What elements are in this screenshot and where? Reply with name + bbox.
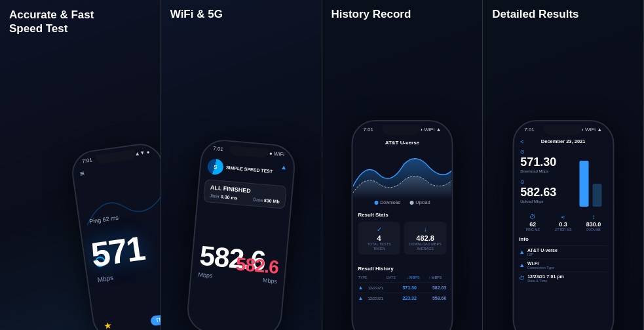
panel-detailed-results: Detailed Results 7:01 ● WiFi ▲ < Decembe… [483,0,644,330]
download-icon: ↓ [408,226,443,233]
test-button[interactable]: TEST [150,313,161,326]
panel2-title: WiFi & 5G [170,8,223,21]
row1-date: 12/23/21 [368,286,397,290]
jitter-stat: Jitter 0.30 ms [210,194,238,201]
back-button[interactable]: < [520,138,523,145]
avg-download-box: ↓ 482.8 DOWNLOAD MBPSAVERAGE [404,222,447,255]
isp-icon: ▲ [519,249,525,255]
detail-header: < December 23, 2021 [514,138,613,144]
status-icons3: ● WiFi ▲ [419,127,441,133]
data-value: 830 Mb [264,198,280,204]
data-value: 830.0 [580,221,607,228]
data-metric: ↕ 830.0 Data Mb [580,213,607,232]
row1-dl: 571.30 [397,285,422,290]
result-history-title: Result History [358,266,446,272]
panel-wifi-5g: WiFi & 5G 7:01 ▲ ● WiFi S SIMPLE SPEED T… [161,0,322,330]
speed-arc [76,181,161,233]
download-circle-icon: ⊙ [520,149,525,155]
ping-icon: ⏱ [519,213,546,220]
detail-upload: ⊙ 582.63 Upload Mbps [520,179,556,203]
status-time3: 7:01 [363,127,373,133]
info-section: Info ▲ AT&T U-verse ISP ▲ Wi-Fi Connecti… [519,236,607,285]
panel-history-record: History Record 7:01 ● WiFi ▲ AT&T U-vers… [322,0,483,330]
connection-value: Wi-Fi [527,261,554,266]
finished-badge: ALL FINISHED Jitter 0.30 ms Data 830 Mb [203,179,287,209]
svg-rect-1 [592,184,601,207]
result-stats-title: Result Stats [358,212,446,218]
jitter-icon: ≈ [549,213,577,220]
col-type: TYPE [358,276,380,279]
download-value: 571.30 [520,155,556,169]
chart-legend: Download Upload [352,200,451,205]
data-label: Data [253,197,263,202]
download-legend-label: Download [380,200,400,205]
upload-speed-value: 582.6 [235,254,280,279]
status-icons: ▲▼ ● [134,149,150,157]
upload-unit: Upload Mbps [520,199,556,203]
speed-unit: Mbps [97,274,114,283]
download-arrow: ⊙ [520,149,556,155]
upload-value: 582.63 [520,186,556,199]
download-unit: Download Mbps [520,169,556,173]
table-row: ▲ 12/23/21 571.30 582.63 [358,282,446,293]
panel4-phone: 7:01 ● WiFi ▲ < December 23, 2021 ⊙ [512,120,614,330]
phone-notch4 [544,125,583,134]
time-info-row: ⏱ 12/23/21 7:01 pm Date & Time [519,272,607,285]
result-history-section: Result History TYPE DATE ↓ Mbps ↑ Mbps ▲… [358,266,446,303]
ping-value: 62 [519,221,546,228]
logo-s: S [214,163,218,169]
jitter-metric: ≈ 0.3 Jitter ms [549,213,577,232]
svg-rect-0 [579,161,588,207]
status-time2: 7:01 [213,146,223,152]
jitter-label: Jitter [210,194,220,199]
panel3-phone: 7:01 ● WiFi ▲ AT&T U-verse [351,120,453,330]
history-header: TYPE DATE ↓ Mbps ↑ Mbps [358,276,446,279]
phone-notch [96,150,136,164]
upload-legend: Upload [409,200,430,205]
time-value: 12/23/21 7:01 pm [527,274,564,279]
connection-icon: ▲ [519,262,525,268]
data-label: Data Mb [580,228,607,232]
row2-ul: 558.60 [422,296,447,300]
metrics-row: ⏱ 62 Ping ms ≈ 0.3 Jitter ms ↕ 830.0 Dat… [519,213,607,232]
time-content: 12/23/21 7:01 pm Date & Time [527,274,564,283]
upload-circle-icon: ⊙ [520,179,525,185]
checkmark-icon: ✓ [362,226,396,233]
panel4-title: Detailed Results [492,8,578,21]
jitter-value: 0.3 [549,221,577,228]
upload-dot [409,201,413,205]
col-ul: ↑ Mbps [425,276,447,279]
status-time: 7:01 [81,157,92,164]
info-title: Info [519,236,607,242]
detail-download: ⊙ 571.30 Download Mbps [520,149,556,173]
time-icon: ⏱ [519,275,525,281]
isp-value: AT&T U-verse [527,248,558,253]
stats-row: ✓ 4 TOTAL TESTSTAKEN ↓ 482.8 DOWNLOAD MB… [358,222,446,255]
jitter-label: Jitter ms [549,228,577,232]
wifi-icon2: ▲ [358,295,368,301]
row2-dl: 223.32 [397,296,422,300]
total-tests-box: ✓ 4 TOTAL TESTSTAKEN [358,222,400,255]
data-stat: Data 830 Mb [253,197,280,204]
upload-legend-label: Upload [415,200,430,205]
star-icon: ★ [103,320,113,330]
app-logo: S SIMPLE SPEED TEST [207,158,273,180]
time-sublabel: Date & Time [527,279,564,283]
detail-date: December 23, 2021 [541,138,586,144]
col-dl: ↓ Mbps [402,276,425,279]
panel1-title: Accurate & FastSpeed Test [9,8,94,36]
connection-content: Wi-Fi Connection Type [527,261,554,270]
download-legend: Download [374,200,400,205]
bar-chart [576,148,609,207]
menu-icon: ≡ [79,169,85,178]
isp-content: AT&T U-verse ISP [527,248,558,257]
data-icon: ↕ [580,213,607,220]
total-tests-value: 4 [362,234,396,242]
avg-download-value: 482.8 [408,234,443,242]
phone-notch3 [383,125,422,134]
status-icons4: ● WiFi ▲ [580,127,602,133]
isp-info-row: ▲ AT&T U-verse ISP [519,245,607,258]
ping-label: Ping ms [519,228,546,232]
status-time4: 7:01 [524,127,535,133]
result-stats-section: Result Stats ✓ 4 TOTAL TESTSTAKEN ↓ 482.… [358,212,446,255]
